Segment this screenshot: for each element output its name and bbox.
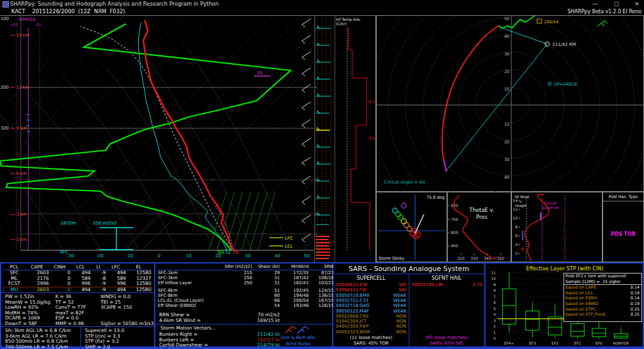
temp-advection-strip[interactable]: Inf Temp Adv (C/hr) 0.1 9.0 (314, 15, 376, 262)
svg-text:10: 10 (186, 253, 192, 258)
svg-text:7: 7 (494, 295, 496, 299)
bottom-inset-section: PCLCAPE CINHLCL LILFC EL SFC2603 0494 -9… (0, 262, 644, 349)
maximize-button[interactable]: □ (614, 1, 619, 7)
prob-row: based on EBWD:0.19 (564, 301, 641, 307)
kin-row-sfc-1km: SFC-1km215 29172/35 87/27 (158, 270, 334, 276)
parcel-row-sfc[interactable]: SFC2603 0494 -9494 12580 (4, 270, 152, 276)
svg-text:30: 30 (245, 253, 251, 258)
svg-text:5: 5 (494, 307, 496, 311)
svg-text:10: 10 (513, 216, 518, 220)
svg-text:9: 9 (494, 283, 496, 287)
sounding-id-text: KACT 20151226/2000 (12Z NAM F032) (11, 8, 125, 14)
svg-text:4: 4 (494, 313, 496, 316)
sars-match-row[interactable]: 00022606.CRSNON (333, 314, 409, 319)
svg-text:20: 20 (504, 69, 509, 74)
sars-match-row[interactable]: 04032721.C33WEAK (333, 298, 409, 303)
hodograph-trace-inflow (444, 160, 447, 172)
window-title: SHARPpy: Sounding and Hodograph Analysis… (10, 1, 219, 7)
lapse-700-500: 700-500mb LR = 7.5 C/km (5, 345, 68, 349)
svg-text:700: 700 (451, 217, 458, 221)
kinematics-table: SRH (m2/s2) Shear (kt) MnWind SRW SFC-1k… (158, 264, 334, 308)
sharppy-app-icon (3, 1, 9, 8)
prob-row: based on STP_fixed:0.25 (564, 312, 641, 318)
sr-wind-marker-cross (521, 247, 525, 251)
svg-text:2: 2 (515, 251, 518, 255)
thermo-panel: PCLCAPE CINHLCL LILFC EL SFC2603 0494 -9… (1, 263, 154, 346)
storm-motion-title: Storm Motion Vectors... (160, 326, 216, 331)
hodograph-rings (376, 15, 644, 192)
sars-match-row[interactable]: 54050121.TIKSIG (333, 287, 409, 292)
parcel-row-ml[interactable]: ML2176 0589 -8589 12327 (4, 276, 152, 282)
bunkers-right-marker[interactable]: 211/42 RM (545, 42, 576, 48)
skewt-panel[interactable]: OMEGA +10 -10 100 200 300 15 km 12 km 9 … (0, 15, 314, 262)
svg-text:LFC: LFC (285, 236, 293, 241)
sars-title: SARS - Sounding Analogue System (333, 265, 484, 273)
thetae-profile (453, 196, 497, 259)
kinematics-panel: SRH (m2/s2) Shear (kt) MnWind SRW SFC-1k… (155, 263, 332, 346)
hodograph-panel[interactable]: 10 20 30 40 50 10 20 30 40 211/42 RM UP=… (376, 15, 644, 192)
wind-barb-icon (597, 21, 608, 26)
sars-match-row[interactable]: 03040623.ESFSIG (333, 282, 409, 287)
hodograph-axes (376, 15, 644, 192)
svg-text:6: 6 (515, 233, 518, 238)
surface-dewpoint-value: 69 (218, 250, 224, 255)
thetae-y-labels: 600 700 800 900 (448, 203, 458, 248)
sr-wind-panel[interactable]: SR Wind v. Height 14 12 10 8 6 4 2 Class… (511, 192, 602, 262)
sars-match-row[interactable]: 04032718.GAGWEAK (333, 303, 409, 308)
svg-text:-10: -10 (126, 253, 133, 258)
svg-text:EF1: EF1 (574, 341, 581, 345)
kin-row-lcl-el: LCL-EL (Cloud Layer) 66200/54 167/15 (158, 298, 334, 303)
svg-text:0: 0 (494, 336, 496, 340)
svg-text:600: 600 (451, 203, 458, 208)
title-bar: SHARPpy: Sounding and Hodograph Analysis… (0, 0, 644, 8)
sars-match-row[interactable]: 03050719.BMXWEAK (333, 293, 409, 298)
minimize-button[interactable]: — (592, 1, 598, 7)
svg-text:10: 10 (491, 277, 496, 280)
sars-hail-match-row[interactable]: 00072100.LBF2.75 (409, 282, 485, 287)
sars-match-row[interactable]: 99050122.MAFWEAK (333, 309, 409, 314)
kinematics-table-header: SRH (m2/s2) Shear (kt) MnWind SRW (158, 264, 334, 270)
sars-supercell-header: SUPERCELL (334, 275, 408, 281)
sars-supercell-result: SARS: 45% TOR (334, 341, 408, 346)
stp-probability-box: Prob EF2+ torn with supercell Sample CLI… (564, 273, 642, 322)
thetae-x-labels: 320 330 340 350 (457, 253, 504, 260)
storm-slinky-panel[interactable]: 75.0 deg Storm Slinky (376, 192, 447, 262)
thetae-title-line2: Pres (476, 214, 488, 220)
el-marker: EL (254, 70, 270, 76)
prob-header-2: Sample CLIMO = .15 sigtor (564, 279, 641, 285)
omega-plus-label: +10 (10, 22, 18, 26)
sars-panel: SARS - Sounding Analogue System SUPERCEL… (333, 263, 484, 346)
prob-row: based on CAPE:0.14 (564, 285, 641, 291)
svg-text:8: 8 (494, 289, 496, 292)
kin-row-sfc-3km: SFC-3km250 31187/42 108/18 (158, 275, 334, 280)
svg-text:15 km: 15 km (16, 33, 29, 38)
classic-label-line2: Supercell (541, 205, 559, 210)
effective-inflow-bracket (99, 228, 133, 250)
sars-match-row[interactable]: 01042304.JCTNON (333, 319, 409, 324)
slinky-angle-value: 75.0 deg (426, 195, 445, 200)
svg-text:NONTOR: NONTOR (613, 341, 629, 345)
critical-angle-lines (447, 27, 547, 170)
svg-text:2: 2 (494, 324, 496, 328)
parcel-row-fcst[interactable]: FCST2996 0996 -9996 12580 (4, 281, 152, 287)
svg-text:3: 3 (494, 319, 496, 323)
sars-match-row[interactable]: 04042300.P#PNON (333, 324, 409, 329)
svg-text:10: 10 (504, 87, 509, 92)
inflow-height-label: 1872m (60, 221, 76, 226)
sars-match-row[interactable]: 04052323.BGMNON (333, 330, 409, 335)
sounding-wind-barbs (302, 19, 311, 242)
pressure-axis-labels: 100 200 300 (1, 16, 9, 131)
close-button[interactable]: ✕ (635, 1, 639, 7)
barb-caption-line2: Wind Barbs (270, 341, 326, 346)
svg-text:9 km: 9 km (16, 126, 26, 131)
svg-text:30: 30 (504, 157, 509, 162)
thetae-panel[interactable]: 600 700 800 900 320 330 340 350 ThetaE v… (447, 192, 511, 262)
svg-text:v.: v. (519, 199, 523, 203)
surface-temp-value: 76 (232, 250, 238, 255)
sr-wind-profile (525, 194, 548, 261)
wind-barb-icons (280, 324, 318, 335)
svg-text:-30: -30 (67, 253, 74, 258)
critical-angle-label: Critical Angle = 64 (384, 180, 425, 185)
svg-text:EF0: EF0 (596, 341, 602, 345)
classic-label-line1: Classic (544, 201, 557, 205)
